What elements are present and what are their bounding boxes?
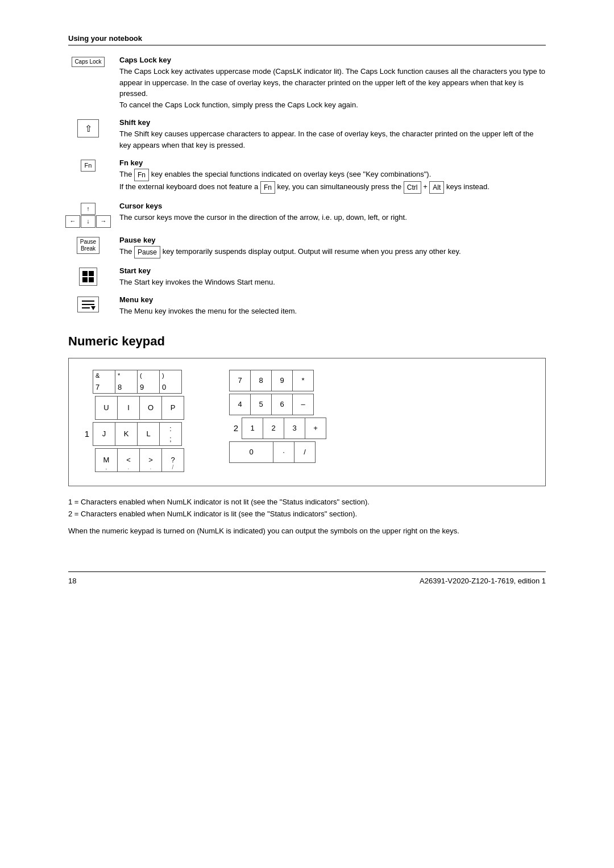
svg-rect-1 <box>89 271 94 276</box>
kp-cell-o: O <box>139 396 162 420</box>
fn-content: Fn key The Fn key enables the special fu… <box>119 158 546 194</box>
cursor-arrows: ↑ ← ↓ → <box>65 203 111 228</box>
kp-right-row2: 4 5 6 – <box>229 394 326 415</box>
footer: 18 A26391-V2020-Z120-1-7619, edition 1 <box>68 571 546 585</box>
ctrl-inline-key: Ctrl <box>404 181 421 194</box>
numeric-keypad-title: Numeric keypad <box>68 334 546 349</box>
shift-entry: ⇧ Shift key The Shift key causes upperca… <box>68 118 546 151</box>
kp-label-1: 1 <box>80 429 89 439</box>
key-entries-list: Caps Lock Caps Lock key The Caps Lock ke… <box>68 56 546 317</box>
start-content: Start key The Start key invokes the Wind… <box>119 266 546 288</box>
fn-icon-container: Fn <box>68 158 108 172</box>
kp-cell-j: J <box>93 422 115 446</box>
cursor-title: Cursor keys <box>119 202 546 210</box>
kp-left-row2: U I O P <box>95 396 184 420</box>
kp-cell-amp7: & 7 <box>93 370 115 394</box>
kp-left-row4: M , < . > . ? / <box>95 448 184 472</box>
start-entry: Start key The Start key invokes the Wind… <box>68 266 546 288</box>
svg-marker-7 <box>91 306 96 310</box>
kp-right-row4: 0 · / <box>229 441 326 463</box>
menu-content: Menu key The Menu key invokes the menu f… <box>119 295 546 317</box>
kp-cell-l: L <box>137 422 160 446</box>
menu-entry: Menu key The Menu key invokes the menu f… <box>68 295 546 317</box>
right-arrow-key: → <box>96 215 111 227</box>
pause-content: Pause key The Pause key temporarily susp… <box>119 236 546 258</box>
kp-cell-star8: * 8 <box>115 370 138 394</box>
shift-content: Shift key The Shift key causes uppercase… <box>119 118 546 151</box>
pause-icon-container: PauseBreak <box>68 236 108 254</box>
kp-right-0: 0 <box>229 441 273 463</box>
kp-cell-lt: < . <box>117 448 140 472</box>
svg-rect-5 <box>82 304 94 305</box>
pause-entry: PauseBreak Pause key The Pause key tempo… <box>68 236 546 258</box>
kp-cell-colon: : ; <box>159 422 182 446</box>
kp-cell-question: ? / <box>161 448 184 472</box>
kp-right-3: 3 <box>284 418 305 439</box>
menu-desc: The Menu key invokes the menu for the se… <box>119 306 546 317</box>
fn-entry: Fn Fn key The Fn key enables the special… <box>68 158 546 194</box>
windows-key-icon <box>79 268 97 286</box>
menu-key-svg <box>81 299 96 310</box>
kp-right-plus: + <box>305 418 326 439</box>
page-number: 18 <box>68 577 76 585</box>
kp-right-star: * <box>292 370 314 391</box>
kp-right-1: 1 <box>242 418 263 439</box>
doc-id: A26391-V2020-Z120-1-7619, edition 1 <box>420 577 546 585</box>
up-arrow-key: ↑ <box>81 203 96 215</box>
kp-cell-i: I <box>117 396 140 420</box>
fn-inline-key: Fn <box>134 169 149 181</box>
caps-lock-desc: The Caps Lock key activates uppercase mo… <box>119 66 546 110</box>
pause-inline-key: Pause <box>134 246 160 258</box>
fn-inline-key2: Fn <box>260 181 275 194</box>
keypad-left: & 7 * 8 ( 9 ) 0 U I O <box>80 370 184 474</box>
pause-title: Pause key <box>119 236 546 244</box>
keypad-note-paragraph: When the numeric keypad is turned on (Nu… <box>68 525 546 537</box>
keypad-note-2: 2 = Characters enabled when NumLK indica… <box>68 508 546 520</box>
kp-right-7: 7 <box>229 370 251 391</box>
kp-right-9: 9 <box>271 370 293 391</box>
fn-desc: The Fn key enables the special functions… <box>119 169 546 194</box>
kp-cell-gt: > . <box>139 448 162 472</box>
keypad-notes: 1 = Characters enabled when NumLK indica… <box>68 496 546 520</box>
keypad-diagram: & 7 * 8 ( 9 ) 0 U I O <box>68 358 546 486</box>
windows-logo-svg <box>82 270 94 283</box>
kp-right-6: 6 <box>271 394 293 415</box>
pause-key-box: PauseBreak <box>77 237 99 254</box>
kp-cell-k: K <box>115 422 138 446</box>
fn-title: Fn key <box>119 158 546 167</box>
section-header: Using your notebook <box>68 34 546 45</box>
keypad-right: 7 8 9 * 4 5 6 – 2 1 2 3 + 0 <box>229 370 326 465</box>
svg-rect-3 <box>89 277 94 282</box>
keypad-note-1: 1 = Characters enabled when NumLK indica… <box>68 496 546 508</box>
cursor-entry: ↑ ← ↓ → Cursor keys The cursor keys move… <box>68 202 546 228</box>
kp-right-2: 2 <box>263 418 284 439</box>
cursor-arrow-bottom-row: ← ↓ → <box>65 215 111 227</box>
kp-cell-p: P <box>161 396 184 420</box>
cursor-desc: The cursor keys move the cursor in the d… <box>119 212 546 223</box>
kp-right-minus: – <box>292 394 314 415</box>
kp-right-8: 8 <box>250 370 272 391</box>
kp-right-row3: 2 1 2 3 + <box>229 418 326 439</box>
caps-lock-content: Caps Lock key The Caps Lock key activate… <box>119 56 546 110</box>
caps-lock-key-box: Caps Lock <box>72 57 104 67</box>
alt-inline-key: Alt <box>429 181 444 194</box>
kp-cell-m: M , <box>95 448 118 472</box>
cursor-content: Cursor keys The cursor keys move the cur… <box>119 202 546 223</box>
kp-right-slash: / <box>294 441 316 463</box>
start-title: Start key <box>119 266 546 275</box>
menu-title: Menu key <box>119 295 546 304</box>
svg-rect-4 <box>82 301 94 302</box>
caps-lock-icon: Caps Lock <box>68 56 108 67</box>
kp-right-dot: · <box>273 441 294 463</box>
shift-desc: The Shift key causes uppercase character… <box>119 128 546 151</box>
kp-left-row1: & 7 * 8 ( 9 ) 0 <box>80 370 184 394</box>
shift-icon-container: ⇧ <box>68 118 108 137</box>
start-icon-container <box>68 266 108 286</box>
menu-icon-container <box>68 295 108 312</box>
kp-right-4: 4 <box>229 394 251 415</box>
svg-rect-6 <box>82 307 90 308</box>
cursor-icon-container: ↑ ← ↓ → <box>68 202 108 228</box>
shift-key-icon: ⇧ <box>77 119 99 137</box>
fn-key-box: Fn <box>81 160 96 172</box>
caps-lock-title: Caps Lock key <box>119 56 546 64</box>
